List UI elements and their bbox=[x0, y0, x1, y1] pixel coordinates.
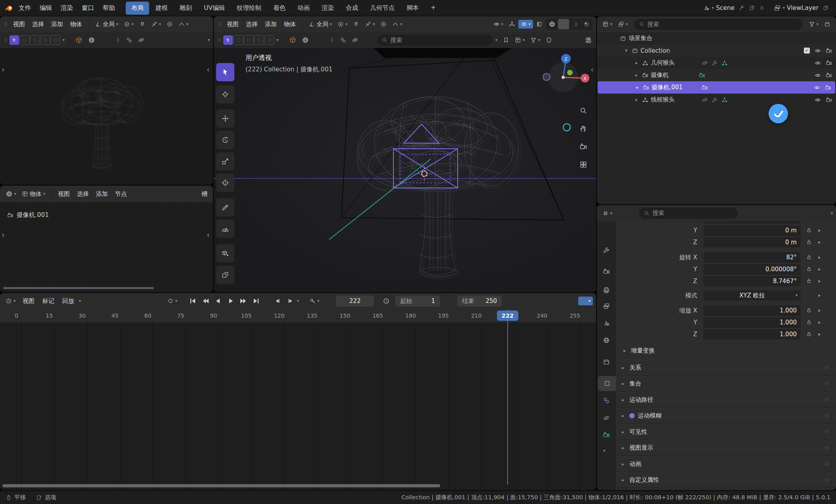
snap-target-dropdown[interactable]: ▾ bbox=[149, 20, 163, 29]
outliner-row-wire-mesh[interactable]: ▸ 线框猴头 bbox=[597, 94, 836, 106]
viewport-menu-item[interactable]: 选择 bbox=[242, 19, 261, 29]
properties-section-header[interactable]: ▸ 集合 bbox=[616, 376, 836, 392]
shading-material-button[interactable] bbox=[569, 19, 581, 29]
show-overlays-toggle[interactable]: ▾ bbox=[518, 20, 533, 29]
select-mode-set[interactable] bbox=[10, 35, 19, 45]
hide-eye-icon[interactable] bbox=[815, 97, 821, 103]
prev-keyframe-button[interactable] bbox=[199, 296, 211, 306]
gizmo-y-ball[interactable] bbox=[567, 70, 573, 75]
play-reverse-button[interactable] bbox=[212, 296, 224, 306]
display-mode-dropdown[interactable]: ▾ bbox=[615, 20, 630, 29]
pivot-point-dropdown[interactable]: ▾ bbox=[335, 20, 350, 29]
tool-duplicate[interactable] bbox=[216, 266, 234, 284]
panel-grip-icon[interactable] bbox=[824, 413, 830, 419]
lock-icon[interactable] bbox=[806, 239, 812, 245]
bookmark-button[interactable] bbox=[500, 36, 512, 44]
tool-select-box[interactable] bbox=[216, 63, 234, 81]
viewport-menu-item[interactable]: 物体 bbox=[67, 19, 86, 29]
region-toggle-right[interactable]: ‹ bbox=[591, 65, 594, 73]
viewport-menu-item[interactable]: 添加 bbox=[48, 19, 67, 29]
frame-start-field[interactable]: 起始1 bbox=[395, 295, 440, 307]
select-mode-intersect[interactable] bbox=[265, 35, 274, 45]
jump-to-end-button[interactable] bbox=[250, 296, 262, 306]
xray-toggle[interactable] bbox=[534, 20, 545, 29]
tool-scale[interactable] bbox=[216, 152, 234, 171]
viewport-menu-item[interactable]: 视图 bbox=[223, 19, 242, 29]
keying-set-dropdown[interactable]: ▾ bbox=[307, 297, 322, 305]
shading-solid-button[interactable] bbox=[558, 19, 569, 29]
properties-section-header[interactable]: ▸ 运动路径 bbox=[616, 392, 836, 408]
clipped-select-menu[interactable]: 选 bbox=[584, 35, 593, 46]
tab-scene[interactable] bbox=[598, 316, 615, 331]
hide-eye-icon[interactable] bbox=[814, 84, 820, 91]
node-menu-item[interactable]: 视图 bbox=[54, 189, 73, 199]
field-scale-z[interactable]: 1.000 bbox=[704, 329, 801, 339]
transform-orientation-dropdown[interactable]: 全局▾ bbox=[306, 19, 334, 29]
panel-grip-icon[interactable] bbox=[824, 365, 830, 370]
gizmo-minus-axis[interactable] bbox=[543, 73, 550, 80]
workspace-tab[interactable]: + bbox=[425, 2, 441, 15]
rotation-mode-dropdown[interactable]: XYZ 欧拉▾ bbox=[704, 290, 801, 301]
node-menu-item[interactable]: 节点 bbox=[111, 189, 130, 199]
tool-add-cube[interactable] bbox=[216, 244, 234, 263]
editor-type-dropdown[interactable]: ▾ bbox=[3, 189, 19, 199]
lock-icon[interactable] bbox=[806, 227, 812, 233]
select-mode-set[interactable] bbox=[223, 35, 233, 45]
workspace-tab[interactable]: 脚本 bbox=[401, 2, 424, 15]
viewport-search-input[interactable]: 搜索 bbox=[377, 35, 492, 46]
outliner-search-input[interactable]: 搜索 bbox=[634, 19, 802, 30]
unlink-scene-button[interactable]: × bbox=[759, 4, 764, 11]
blender-logo-icon[interactable] bbox=[5, 4, 13, 12]
disable-render-icon[interactable] bbox=[825, 84, 831, 91]
properties-section-header[interactable]: ▸ 运动模糊 bbox=[616, 408, 836, 424]
orbit-button[interactable] bbox=[136, 36, 147, 44]
viewport-3d-canvas[interactable]: 用户透视 (222) Collection | 摄像机.001 Z bbox=[214, 48, 596, 292]
jump-to-start-button[interactable] bbox=[187, 296, 199, 306]
animate-dot[interactable] bbox=[818, 310, 820, 312]
outliner-row-mesh[interactable]: ▸ 几何猴头 bbox=[597, 57, 836, 69]
panel-grip-icon[interactable] bbox=[824, 445, 830, 451]
proportional-edit-toggle[interactable] bbox=[164, 20, 175, 29]
shading-wireframe-button[interactable] bbox=[546, 19, 558, 29]
copy-viewlayer-icon[interactable] bbox=[823, 5, 829, 11]
auto-key-toggle[interactable]: ▾ bbox=[165, 297, 180, 305]
disable-render-icon[interactable] bbox=[826, 72, 832, 79]
scene-selector[interactable]: ▾ Scene bbox=[703, 4, 734, 11]
topbar-menu-item[interactable]: 窗口 bbox=[77, 3, 98, 13]
lock-icon[interactable] bbox=[806, 266, 812, 272]
field-rotation-x[interactable]: 82° bbox=[704, 252, 801, 263]
tool-annotate[interactable] bbox=[216, 198, 234, 217]
timeline-hscrollbar[interactable] bbox=[2, 484, 440, 487]
node-editor-canvas[interactable]: 摄像机.001 › ‹ bbox=[0, 202, 213, 292]
constraint-button[interactable] bbox=[124, 36, 135, 44]
outliner-row-camera[interactable]: ▸ 摄像机 bbox=[597, 69, 836, 81]
tab-render[interactable] bbox=[598, 264, 615, 279]
tab-collection[interactable] bbox=[598, 355, 615, 370]
timeline-tracks[interactable] bbox=[0, 322, 596, 490]
node-object-selector[interactable]: 物体▾ bbox=[19, 189, 48, 199]
animate-dot[interactable] bbox=[818, 268, 820, 270]
lock-icon[interactable] bbox=[806, 254, 812, 260]
tab-constraints[interactable] bbox=[598, 393, 615, 408]
panel-grip-icon[interactable] bbox=[824, 461, 830, 467]
shading-material-button[interactable] bbox=[111, 35, 123, 45]
panel-grip-icon[interactable] bbox=[824, 381, 830, 387]
orbit-button[interactable] bbox=[349, 36, 360, 44]
select-mode-subtract[interactable] bbox=[30, 35, 40, 45]
shading-sphere-button[interactable] bbox=[299, 35, 311, 45]
pivot-point-dropdown[interactable]: ▾ bbox=[121, 20, 136, 29]
editor-grip-icon[interactable] bbox=[217, 21, 222, 27]
tab-tool[interactable] bbox=[598, 243, 615, 258]
properties-search-input[interactable]: 搜索 bbox=[639, 208, 737, 218]
tool-rotate[interactable] bbox=[216, 131, 234, 149]
object-type-cube-button[interactable] bbox=[287, 35, 299, 45]
new-collection-button[interactable] bbox=[822, 20, 833, 29]
workspace-tab[interactable]: 几何节点 bbox=[364, 2, 400, 15]
proportional-edit-toggle[interactable] bbox=[378, 20, 389, 29]
editor-type-dropdown[interactable]: ▾ bbox=[3, 297, 18, 305]
animate-dot[interactable] bbox=[818, 333, 820, 335]
select-mode-intersect[interactable] bbox=[51, 35, 60, 45]
viewlayer-selector[interactable]: ▾ ViewLayer bbox=[774, 4, 819, 11]
animate-dot[interactable] bbox=[818, 257, 820, 259]
tab-world[interactable] bbox=[598, 333, 615, 348]
